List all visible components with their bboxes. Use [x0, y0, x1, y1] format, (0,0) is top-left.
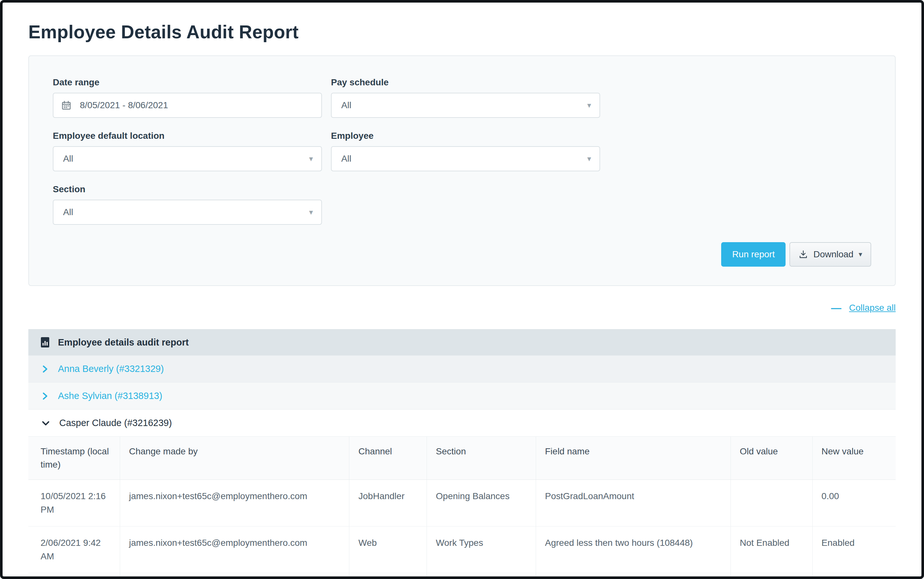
download-icon: [798, 250, 808, 259]
table-row: 2/06/2021 9:42 AM james.nixon+test65c@em…: [28, 573, 896, 576]
minus-icon[interactable]: —: [831, 303, 841, 313]
cell-field-name: Agreed less then two hours (108448): [536, 527, 730, 573]
report-header-bar: Employee details audit report: [28, 329, 896, 355]
chevron-down-icon: [42, 420, 50, 426]
download-label: Download: [813, 249, 854, 260]
column-header-change-made-by: Change made by: [120, 437, 349, 480]
cell-old-value: [730, 480, 812, 527]
employee-row-anna[interactable]: Anna Beverly (#3321329): [28, 355, 896, 383]
column-header-channel: Channel: [349, 437, 427, 480]
pay-schedule-field: Pay schedule All ▾: [331, 77, 600, 118]
filters-grid: Date range 8/05/202: [53, 77, 871, 225]
chevron-down-icon: ▾: [587, 155, 591, 163]
chevron-right-icon: [42, 392, 48, 400]
employee-default-location-select[interactable]: All ▾: [53, 146, 322, 171]
employee-name-link: Anna Beverly (#3321329): [58, 363, 164, 374]
collapse-row: — Collapse all: [28, 303, 896, 313]
filter-actions: Run report Download ▾: [53, 242, 871, 267]
cell-timestamp: 10/05/2021 2:16 PM: [28, 480, 120, 527]
employee-name-expanded: Casper Claude (#3216239): [59, 418, 172, 428]
table-row: 10/05/2021 2:16 PM james.nixon+test65c@e…: [28, 480, 896, 527]
employee-default-location-label: Employee default location: [53, 131, 322, 141]
date-range-field: Date range 8/05/202: [53, 77, 322, 118]
collapse-all-link[interactable]: Collapse all: [849, 303, 896, 313]
chevron-down-icon: ▾: [309, 208, 313, 216]
table-row: 2/06/2021 9:42 AM james.nixon+test65c@em…: [28, 527, 896, 573]
cell-channel: JobHandler: [349, 480, 427, 527]
cell-channel: Web: [349, 573, 427, 576]
employee-default-location-value: All: [63, 154, 73, 164]
cell-channel: Web: [349, 527, 427, 573]
chevron-right-icon: [42, 365, 48, 373]
run-report-button[interactable]: Run report: [721, 242, 785, 267]
chevron-down-icon: ▾: [587, 101, 591, 109]
chevron-down-icon: ▾: [309, 155, 313, 163]
column-header-old-value: Old value: [730, 437, 812, 480]
employee-label: Employee: [331, 131, 600, 141]
cell-new-value: Enabled: [812, 527, 896, 573]
column-header-field-name: Field name: [536, 437, 730, 480]
cell-field-name: PostGradLoanAmount: [536, 480, 730, 527]
column-header-section: Section: [426, 437, 536, 480]
employee-row-ashe[interactable]: Ashe Sylvian (#3138913): [28, 383, 896, 410]
cell-field-name: Agreed less then four hours (108449): [536, 573, 730, 576]
employee-value: All: [341, 154, 351, 164]
report-section: Employee details audit report Anna Bever…: [28, 329, 896, 576]
cell-old-value: Not Enabled: [730, 527, 812, 573]
employee-field: Employee All ▾: [331, 131, 600, 171]
employee-select[interactable]: All ▾: [331, 146, 600, 171]
date-range-input[interactable]: 8/05/2021 - 8/06/2021: [53, 93, 322, 118]
cell-new-value: Enabled: [812, 573, 896, 576]
pay-schedule-label: Pay schedule: [331, 77, 600, 88]
pay-schedule-select[interactable]: All ▾: [331, 93, 600, 118]
report-header-title: Employee details audit report: [58, 337, 189, 348]
report-document-icon: [41, 337, 50, 348]
date-range-label: Date range: [53, 77, 322, 88]
employee-name-link: Ashe Sylvian (#3138913): [58, 391, 162, 401]
cell-section: Work Types: [426, 573, 536, 576]
cell-section: Work Types: [426, 527, 536, 573]
page: Employee Details Audit Report Date range: [3, 3, 921, 576]
section-value: All: [63, 207, 73, 218]
employee-default-location-field: Employee default location All ▾: [53, 131, 322, 171]
cell-timestamp: 2/06/2021 9:42 AM: [28, 527, 120, 573]
pay-schedule-value: All: [341, 100, 351, 110]
column-header-timestamp: Timestamp (local time): [28, 437, 120, 480]
audit-table: Timestamp (local time) Change made by Ch…: [28, 437, 896, 576]
calendar-icon: [61, 100, 72, 110]
cell-section: Opening Balances: [426, 480, 536, 527]
chevron-down-icon: ▾: [859, 251, 862, 258]
employee-row-casper[interactable]: Casper Claude (#3216239): [28, 410, 896, 437]
page-title: Employee Details Audit Report: [28, 21, 896, 43]
date-range-value: 8/05/2021 - 8/06/2021: [80, 100, 168, 110]
cell-old-value: Not Enabled: [730, 573, 812, 576]
cell-change-made-by: james.nixon+test65c@employmenthero.com: [120, 527, 349, 573]
cell-timestamp: 2/06/2021 9:42 AM: [28, 573, 120, 576]
column-header-new-value: New value: [812, 437, 896, 480]
cell-change-made-by: james.nixon+test65c@employmenthero.com: [120, 480, 349, 527]
download-button[interactable]: Download ▾: [789, 242, 871, 267]
cell-new-value: 0.00: [812, 480, 896, 527]
section-field: Section All ▾: [53, 184, 322, 225]
screenshot-frame: Employee Details Audit Report Date range: [0, 0, 924, 579]
filter-panel: Date range 8/05/202: [28, 56, 896, 286]
table-header-row: Timestamp (local time) Change made by Ch…: [28, 437, 896, 480]
section-select[interactable]: All ▾: [53, 200, 322, 225]
cell-change-made-by: james.nixon+test65c@employmenthero.com: [120, 573, 349, 576]
section-label: Section: [53, 184, 322, 195]
